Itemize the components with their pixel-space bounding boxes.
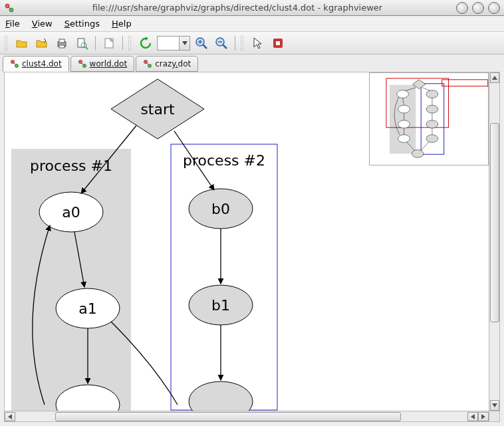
toolbar-handle[interactable] — [128, 35, 132, 51]
toolbar-handle[interactable] — [240, 35, 244, 51]
toolbar-handle[interactable] — [4, 35, 8, 51]
app-icon — [4, 3, 15, 13]
svg-point-38 — [426, 105, 438, 113]
scroll-down-button[interactable] — [490, 400, 499, 411]
scroll-up-button[interactable] — [490, 72, 499, 83]
svg-line-27 — [147, 63, 148, 64]
tab-label: clust4.dot — [22, 59, 62, 68]
graph-canvas[interactable]: start process #1 process #2 a0 a1 b0 b1 — [5, 72, 489, 411]
scroll-left-button[interactable] — [5, 412, 15, 421]
stop-button[interactable] — [269, 35, 287, 52]
open-button[interactable] — [13, 35, 31, 52]
svg-point-25 — [144, 60, 148, 64]
window-controls — [456, 2, 500, 14]
window-title: file:///usr/share/graphviz/graphs/direct… — [19, 3, 456, 13]
scroll-right-button[interactable] — [478, 412, 489, 421]
svg-point-37 — [426, 90, 438, 98]
horizontal-scrollbar[interactable] — [5, 411, 489, 421]
zoom-out-button[interactable] — [213, 35, 230, 52]
cluster-1-label: process #1 — [30, 158, 112, 174]
svg-point-41 — [412, 150, 424, 158]
maximize-button[interactable] — [472, 2, 484, 14]
node-b1-label: b1 — [211, 297, 230, 314]
tab-crazy[interactable]: crazy.dot — [136, 56, 198, 72]
svg-point-19 — [11, 60, 15, 64]
scrollbar-track[interactable] — [490, 83, 499, 400]
birds-eye-view[interactable] — [369, 72, 489, 165]
svg-point-40 — [426, 135, 438, 143]
tabbar: clust4.dot world.dot crazy.dot — [0, 54, 504, 72]
svg-line-21 — [14, 63, 15, 64]
menu-file[interactable]: File — [5, 19, 20, 29]
svg-point-35 — [398, 120, 410, 128]
print-preview-button[interactable] — [73, 35, 90, 52]
cluster-2-border — [171, 144, 277, 410]
chevron-down-icon[interactable] — [179, 37, 189, 50]
svg-point-23 — [82, 64, 86, 68]
node-a1-label: a1 — [78, 300, 96, 317]
vertical-scrollbar[interactable] — [489, 72, 499, 411]
svg-point-20 — [15, 64, 19, 68]
svg-point-36 — [398, 135, 410, 143]
toolbar-separator — [122, 36, 123, 51]
cluster-2-label: process #2 — [183, 152, 265, 169]
graph-canvas-wrap: start process #1 process #2 a0 a1 b0 b1 — [4, 72, 500, 422]
svg-line-51 — [421, 142, 429, 151]
svg-line-15 — [223, 45, 227, 49]
page-setup-button[interactable] — [100, 35, 118, 52]
svg-point-26 — [148, 64, 152, 68]
scrollbar-corner — [489, 411, 499, 421]
svg-line-43 — [422, 88, 430, 91]
menu-view[interactable]: View — [32, 19, 53, 29]
reload-button[interactable] — [137, 35, 154, 52]
menu-settings[interactable]: Settings — [64, 19, 100, 29]
cluster-1-bg — [11, 149, 131, 411]
scroll-left-button-2[interactable] — [467, 412, 478, 421]
titlebar: file:///usr/share/graphviz/graphs/direct… — [0, 0, 504, 16]
svg-rect-18 — [276, 41, 280, 45]
scrollbar-thumb[interactable] — [55, 412, 401, 421]
svg-point-22 — [78, 60, 82, 64]
zoom-combo[interactable] — [157, 36, 190, 51]
node-b2-partial[interactable] — [189, 381, 253, 411]
tab-world[interactable]: world.dot — [70, 56, 135, 72]
graph-file-icon — [78, 59, 87, 68]
svg-point-39 — [426, 120, 438, 128]
svg-line-8 — [86, 47, 88, 49]
close-button[interactable] — [488, 2, 500, 14]
toolbar-separator — [95, 36, 96, 51]
node-start-label: start — [140, 101, 175, 118]
svg-line-11 — [203, 45, 207, 49]
svg-point-34 — [398, 105, 410, 113]
menu-help[interactable]: Help — [112, 19, 132, 29]
zoom-in-button[interactable] — [193, 35, 210, 52]
toolbar-separator — [235, 36, 235, 51]
print-button[interactable] — [53, 35, 70, 52]
scrollbar-thumb[interactable] — [490, 123, 499, 322]
pointer-button[interactable] — [249, 35, 267, 52]
svg-line-24 — [82, 63, 83, 64]
tab-label: world.dot — [90, 59, 128, 68]
menubar: File View Settings Help — [0, 16, 504, 32]
svg-rect-4 — [59, 39, 64, 43]
node-b0-label: b0 — [211, 201, 230, 217]
minimize-button[interactable] — [456, 2, 468, 14]
tab-clust4[interactable]: clust4.dot — [3, 56, 69, 72]
graph-file-icon — [143, 59, 152, 68]
scrollbar-track[interactable] — [15, 412, 467, 421]
open-recent-button[interactable] — [33, 35, 51, 52]
svg-line-2 — [9, 7, 10, 9]
node-a0-label: a0 — [62, 204, 80, 221]
toolbar — [0, 32, 504, 54]
graph-file-icon — [10, 59, 19, 68]
svg-rect-5 — [59, 45, 64, 48]
tab-label: crazy.dot — [155, 59, 191, 68]
